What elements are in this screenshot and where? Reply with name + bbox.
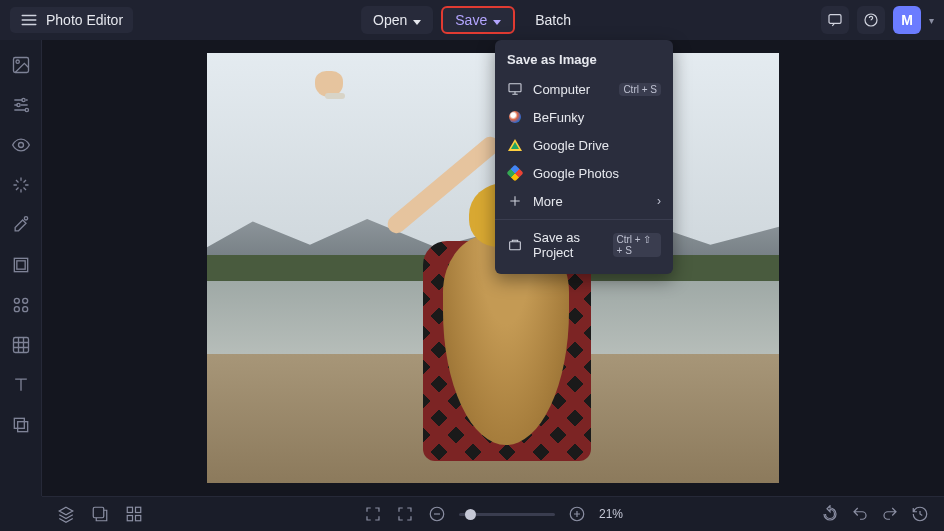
svg-point-9 (18, 143, 23, 148)
svg-point-10 (24, 217, 27, 220)
tool-brush[interactable] (10, 214, 32, 236)
chevron-down-icon (413, 12, 421, 28)
shortcut-label: Ctrl + ⇧ + S (613, 233, 661, 257)
redo-icon (881, 505, 899, 523)
chevron-down-icon (493, 12, 501, 28)
fit-icon (396, 505, 414, 523)
help-button[interactable] (857, 6, 885, 34)
save-computer[interactable]: Computer Ctrl + S (495, 75, 673, 103)
image-icon (11, 55, 31, 75)
fit-button[interactable] (395, 504, 415, 524)
tool-shapes[interactable] (10, 294, 32, 316)
svg-rect-3 (510, 242, 521, 250)
layers-icon (57, 505, 75, 523)
header-right: M ▾ (821, 6, 934, 34)
bottom-bar: 21% (42, 496, 944, 531)
svg-point-5 (16, 60, 19, 63)
svg-rect-2 (509, 84, 521, 92)
minus-circle-icon (428, 505, 446, 523)
photo-preview (207, 53, 779, 483)
svg-rect-19 (17, 422, 27, 432)
text-icon (11, 375, 31, 395)
chat-icon (827, 12, 843, 28)
tool-ai[interactable] (10, 174, 32, 196)
computer-icon (507, 81, 523, 97)
chevron-right-icon: › (657, 194, 661, 208)
save-dropdown: Save as Image Computer Ctrl + S BeFunky … (495, 40, 673, 274)
svg-point-14 (22, 298, 27, 303)
google-photos-icon (507, 165, 523, 181)
save-as-project[interactable]: Save as Project Ctrl + ⇧ + S (495, 224, 673, 266)
tool-texture[interactable] (10, 334, 32, 356)
batch-button[interactable]: Batch (523, 6, 583, 34)
account-chevron-icon[interactable]: ▾ (929, 15, 934, 26)
tool-frame[interactable] (10, 254, 32, 276)
frame-icon (11, 255, 31, 275)
tool-overlay[interactable] (10, 414, 32, 436)
svg-point-15 (14, 307, 19, 312)
befunky-icon (507, 109, 523, 125)
tool-adjust[interactable] (10, 94, 32, 116)
feedback-button[interactable] (821, 6, 849, 34)
save-google-photos[interactable]: Google Photos (495, 159, 673, 187)
open-button[interactable]: Open (361, 6, 433, 34)
save-google-drive[interactable]: Google Drive (495, 131, 673, 159)
avatar[interactable]: M (893, 6, 921, 34)
svg-point-16 (22, 307, 27, 312)
undo-icon (851, 505, 869, 523)
canvas-area[interactable] (42, 40, 944, 496)
eye-icon (11, 135, 31, 155)
svg-rect-24 (136, 516, 141, 521)
plus-circle-icon (568, 505, 586, 523)
shortcut-label: Ctrl + S (619, 83, 661, 96)
overlay-icon (11, 415, 31, 435)
tool-view[interactable] (10, 134, 32, 156)
app-menu[interactable]: Photo Editor (10, 7, 133, 33)
layers-button[interactable] (56, 504, 76, 524)
project-icon (507, 237, 523, 253)
zoom-out-button[interactable] (427, 504, 447, 524)
reset-button[interactable] (820, 504, 840, 524)
svg-rect-22 (136, 507, 141, 512)
svg-rect-18 (14, 418, 24, 428)
compare-icon (91, 505, 109, 523)
google-drive-icon (507, 137, 523, 153)
grid-button[interactable] (124, 504, 144, 524)
svg-rect-17 (13, 338, 28, 353)
fullscreen-button[interactable] (363, 504, 383, 524)
save-dropdown-title: Save as Image (495, 48, 673, 75)
redo-button[interactable] (880, 504, 900, 524)
sliders-icon (11, 95, 31, 115)
help-icon (863, 12, 879, 28)
undo-button[interactable] (850, 504, 870, 524)
save-more[interactable]: More › (495, 187, 673, 215)
zoom-value: 21% (599, 507, 623, 521)
history-icon (911, 505, 929, 523)
svg-point-13 (14, 298, 19, 303)
texture-icon (11, 335, 31, 355)
plus-icon (507, 193, 523, 209)
app-title: Photo Editor (46, 12, 123, 28)
save-befunky[interactable]: BeFunky (495, 103, 673, 131)
sparkle-icon (11, 175, 31, 195)
tool-text[interactable] (10, 374, 32, 396)
svg-point-8 (25, 108, 28, 111)
hamburger-icon (20, 11, 38, 29)
svg-rect-21 (127, 507, 132, 512)
fullscreen-icon (364, 505, 382, 523)
svg-rect-0 (829, 15, 841, 24)
zoom-slider[interactable] (459, 513, 555, 516)
divider (495, 219, 673, 220)
save-button[interactable]: Save (441, 6, 515, 34)
grid-icon (125, 505, 143, 523)
shapes-icon (11, 295, 31, 315)
app-header: Photo Editor Open Save Batch M ▾ (0, 0, 944, 40)
zoom-in-button[interactable] (567, 504, 587, 524)
svg-rect-20 (93, 507, 104, 518)
reset-icon (821, 505, 839, 523)
header-center: Open Save Batch (361, 6, 583, 34)
compare-button[interactable] (90, 504, 110, 524)
svg-point-7 (16, 103, 19, 106)
history-button[interactable] (910, 504, 930, 524)
tool-image[interactable] (10, 54, 32, 76)
